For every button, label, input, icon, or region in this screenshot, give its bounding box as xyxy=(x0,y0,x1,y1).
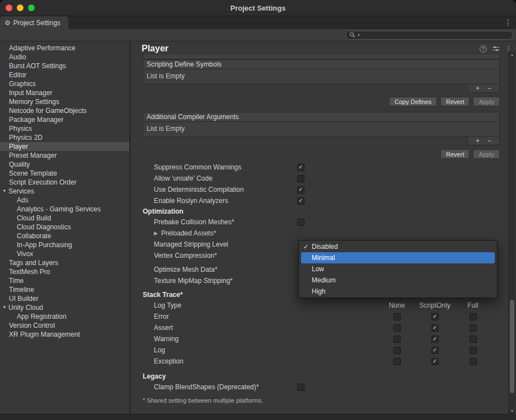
scrollbar-thumb[interactable] xyxy=(510,300,514,393)
sidebar-item[interactable]: ▼ Package Manager xyxy=(0,115,129,124)
sidebar-item[interactable]: ▼ Audio xyxy=(0,53,129,62)
add-item-button[interactable]: + xyxy=(476,138,480,144)
sidebar-item[interactable]: ▼ UI Builder xyxy=(0,294,129,303)
sidebar-item[interactable]: ▼ Ads xyxy=(0,196,129,205)
foldout-open-icon[interactable]: ▼ xyxy=(2,189,8,194)
sidebar-item[interactable]: ▼ Physics 2D xyxy=(0,133,129,142)
sidebar-item[interactable]: ▼ Graphics xyxy=(0,79,129,88)
checkbox-none[interactable]: ✓ xyxy=(393,313,401,320)
tab-menu-icon[interactable]: ⋮ xyxy=(504,18,512,27)
list-header: Additional Compiler Arguments xyxy=(143,112,500,122)
dropdown-option[interactable]: ✓ Low xyxy=(299,263,497,275)
log-type-value: Log xyxy=(154,346,378,354)
checkbox-none[interactable]: ✓ xyxy=(393,324,401,332)
foldout-closed-icon[interactable]: ▶ xyxy=(154,231,161,236)
sidebar-item[interactable]: ▼ Preset Manager xyxy=(0,151,129,160)
sidebar-item[interactable]: ▼ Unity Cloud xyxy=(0,303,129,312)
sidebar-item[interactable]: ▼ Time xyxy=(0,276,129,285)
checkbox-full[interactable]: ✓ xyxy=(470,313,477,320)
setting-label: Texture MipMap Stripping* xyxy=(154,277,297,285)
checkbox-full[interactable]: ✓ xyxy=(470,324,477,332)
column-full: Full xyxy=(454,301,492,309)
checkbox[interactable]: ✓ xyxy=(297,164,304,171)
add-item-button[interactable]: + xyxy=(476,85,480,92)
search-filter-caret-icon[interactable]: ▼ xyxy=(357,34,360,37)
checkbox-full[interactable]: ✓ xyxy=(470,336,477,343)
sidebar-item-label: Time xyxy=(9,277,24,285)
scroll-down-icon[interactable]: ▼ xyxy=(509,408,515,414)
sidebar-item[interactable]: ▼ Cloud Build xyxy=(0,214,129,223)
dropdown-option[interactable]: ✓ High xyxy=(299,286,497,297)
checkbox-scriptonly[interactable]: ✓ xyxy=(431,324,439,332)
optimization-header: Optimization xyxy=(143,206,500,216)
scroll-up-icon[interactable]: ▲ xyxy=(509,51,515,58)
copy-defines-button[interactable]: Copy Defines xyxy=(389,97,437,106)
checkbox[interactable]: ✓ xyxy=(297,197,304,205)
sidebar-item-label: Analytics - Gaming Services xyxy=(17,205,101,213)
remove-item-button[interactable]: − xyxy=(487,85,491,92)
help-icon[interactable]: ? xyxy=(480,45,487,53)
sidebar-item[interactable]: ▼ Analytics - Gaming Services xyxy=(0,205,129,214)
dropdown-option[interactable]: ✓ Medium xyxy=(299,275,497,286)
dropdown-option[interactable]: ✓ Disabled xyxy=(299,241,497,252)
titlebar: Project Settings xyxy=(0,0,516,16)
sidebar-item-label: Cloud Build xyxy=(17,214,51,222)
sidebar-item[interactable]: ▼ Services xyxy=(0,187,129,196)
sidebar-item[interactable]: ▼ Player xyxy=(0,142,129,151)
checkbox-scriptonly[interactable]: ✓ xyxy=(431,336,439,343)
checkbox[interactable]: ✓ xyxy=(297,186,304,194)
sidebar-item[interactable]: ▼ Editor xyxy=(0,70,129,79)
sidebar-item[interactable]: ▼ TextMesh Pro xyxy=(0,267,129,276)
sidebar-item[interactable]: ▼ Memory Settings xyxy=(0,97,129,106)
checkbox[interactable]: ✓ xyxy=(297,219,304,226)
apply-button[interactable]: Apply xyxy=(473,97,500,106)
presets-icon[interactable] xyxy=(492,45,499,52)
setting-label: Enable Roslyn Analyzers xyxy=(154,197,297,205)
checkbox-full[interactable]: ✓ xyxy=(470,347,477,354)
player-settings-content: Scripting Define Symbols List is Empty +… xyxy=(130,55,516,404)
sidebar-item[interactable]: ▼ Cloud Diagnostics xyxy=(0,223,129,232)
sidebar-item[interactable]: ▼ Vivox xyxy=(0,249,129,258)
search-field[interactable]: ▼ xyxy=(345,31,513,40)
sidebar-item[interactable]: ▼ Timeline xyxy=(0,285,129,294)
sidebar-item[interactable]: ▼ Adaptive Performance xyxy=(0,44,129,53)
tab-project-settings[interactable]: ⚙ Project Settings xyxy=(0,16,68,29)
checkbox-scriptonly[interactable]: ✓ xyxy=(431,347,439,354)
checkbox-none[interactable]: ✓ xyxy=(393,358,401,365)
stack-trace-column-headers: Log Type None ScriptOnly Full xyxy=(143,300,500,311)
list-empty-label: List is Empty xyxy=(143,122,500,137)
apply-button[interactable]: Apply xyxy=(473,149,500,159)
sidebar-item[interactable]: ▼ XR Plugin Management xyxy=(0,330,129,339)
checkbox[interactable]: ✓ xyxy=(297,175,304,182)
minimize-window-button[interactable] xyxy=(17,4,24,11)
foldout-open-icon[interactable]: ▼ xyxy=(2,305,8,310)
checkbox-scriptonly[interactable]: ✓ xyxy=(431,313,439,320)
checkbox[interactable]: ✓ xyxy=(297,384,304,391)
sidebar-item[interactable]: ▼ In-App Purchasing xyxy=(0,240,129,249)
search-input[interactable] xyxy=(362,31,509,39)
sidebar-item[interactable]: ▼ Script Execution Order xyxy=(0,178,129,187)
revert-button[interactable]: Revert xyxy=(440,149,470,159)
close-window-button[interactable] xyxy=(6,4,12,11)
vertical-scrollbar[interactable]: ▲ ▼ xyxy=(508,51,515,414)
dropdown-option[interactable]: ✓ Minimal xyxy=(299,252,497,263)
preloaded-assets-row[interactable]: ▶ Preloaded Assets* xyxy=(143,228,500,239)
checkbox-scriptonly[interactable]: ✓ xyxy=(431,358,439,365)
sidebar-item[interactable]: ▼ Version Control xyxy=(0,321,129,330)
checkbox-none[interactable]: ✓ xyxy=(393,347,401,354)
sidebar-item[interactable]: ▼ Quality xyxy=(0,160,129,169)
sidebar-item[interactable]: ▼ Physics xyxy=(0,124,129,133)
sidebar-item[interactable]: ▼ Input Manager xyxy=(0,88,129,97)
zoom-window-button[interactable] xyxy=(28,4,35,11)
sidebar-item[interactable]: ▼ Collaborate xyxy=(0,232,129,240)
sidebar-item-label: TextMesh Pro xyxy=(9,268,50,276)
sidebar-item[interactable]: ▼ App Registration xyxy=(0,312,129,321)
sidebar-item[interactable]: ▼ Scene Template xyxy=(0,169,129,178)
revert-button[interactable]: Revert xyxy=(440,97,470,106)
sidebar-item[interactable]: ▼ Netcode for GameObjects xyxy=(0,106,129,115)
checkbox-none[interactable]: ✓ xyxy=(393,336,401,343)
checkbox-full[interactable]: ✓ xyxy=(470,358,477,365)
remove-item-button[interactable]: − xyxy=(487,138,491,144)
sidebar-item[interactable]: ▼ Tags and Layers xyxy=(0,258,129,267)
sidebar-item[interactable]: ▼ Burst AOT Settings xyxy=(0,62,129,70)
